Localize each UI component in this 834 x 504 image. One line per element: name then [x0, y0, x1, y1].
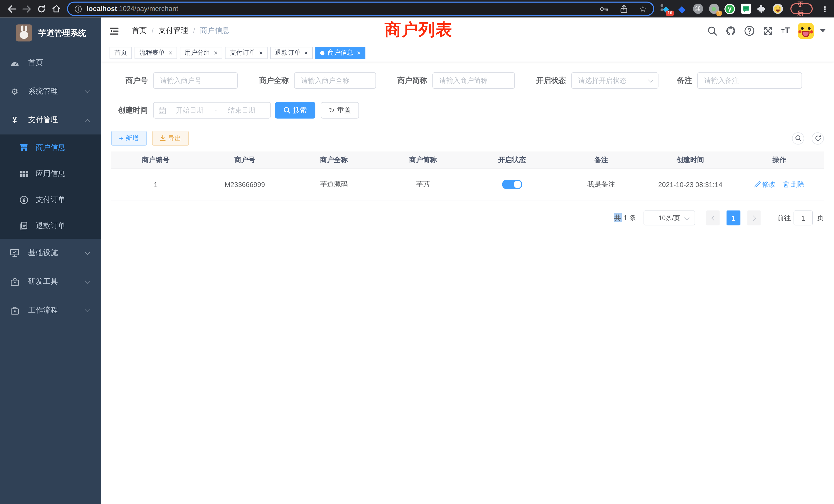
tab-pay-order[interactable]: 支付订单 [225, 47, 267, 59]
breadcrumb-pay[interactable]: 支付管理 [158, 26, 188, 36]
tab-refund-order[interactable]: 退款订单 [270, 47, 313, 59]
cell-actions: 修改 删除 [735, 180, 824, 189]
create-time-label: 创建时间 [111, 106, 148, 115]
yen-icon: ¥ [10, 116, 19, 124]
remark-input[interactable] [697, 72, 802, 89]
close-icon[interactable] [259, 50, 263, 56]
sidebar-item-infra[interactable]: 基础设施 [0, 239, 101, 268]
add-button[interactable]: + 新增 [111, 131, 147, 146]
sidebar-item-workflow[interactable]: 工作流程 [0, 296, 101, 325]
sidebar-item-merchant-info[interactable]: 商户信息 [0, 135, 101, 160]
sidebar-item-system[interactable]: ⚙ 系统管理 [0, 77, 101, 106]
home-icon[interactable] [49, 2, 64, 15]
prev-page-button[interactable] [706, 210, 720, 225]
merchant-no-input[interactable] [153, 72, 238, 89]
table-toolbar: + 新增 导出 [111, 131, 824, 146]
cell-full-name: 芋道源码 [289, 180, 378, 189]
sidebar: 芋道管理系统 首页 ⚙ 系统管理 ¥ 支付管理 [0, 18, 101, 504]
font-size-icon[interactable]: TT [781, 26, 790, 36]
help-icon[interactable] [744, 25, 755, 36]
tab-user-group[interactable]: 用户分组 [180, 47, 222, 59]
profile-emoji-icon[interactable] [772, 3, 783, 14]
sidebar-item-home[interactable]: 首页 [0, 48, 101, 77]
browser-menu-icon[interactable]: ⋮ [821, 5, 829, 13]
github-icon[interactable] [726, 25, 736, 36]
extension-command-icon[interactable]: ⌘ [693, 3, 703, 14]
page-number-1[interactable]: 1 [727, 210, 741, 225]
next-page-button[interactable] [747, 210, 761, 225]
app-title: 芋道管理系统 [38, 28, 86, 38]
export-button[interactable]: 导出 [152, 131, 189, 146]
collapse-sidebar-icon[interactable] [110, 27, 118, 35]
status-toggle[interactable] [502, 180, 522, 189]
breadcrumb-home[interactable]: 首页 [132, 26, 147, 36]
cell-merchant-no: M233666999 [200, 180, 289, 188]
avatar-dropdown-caret-icon[interactable] [820, 29, 826, 32]
tab-home[interactable]: 首页 [110, 47, 132, 59]
merchant-short-input[interactable] [433, 72, 515, 89]
forward-icon[interactable] [19, 2, 34, 15]
table-header-row: 商户编号 商户号 商户全称 商户简称 开启状态 备注 创建时间 操作 [111, 152, 824, 169]
sidebar-item-devtools[interactable]: 研发工具 [0, 268, 101, 296]
page-size-select[interactable]: 10条/页 [643, 210, 695, 225]
status-select-input[interactable] [571, 72, 659, 89]
extensions-row: ◆ 10 ◆ ⌘ 1 y 更新 ⋮ [661, 3, 829, 14]
site-info-icon[interactable] [74, 5, 82, 13]
user-avatar[interactable] [798, 23, 814, 39]
extension-chat-icon[interactable] [740, 3, 751, 14]
chevron-up-icon [85, 119, 90, 124]
page-content: 商户号 商户全称 商户简称 开启状态 备注 创建时间 [101, 62, 834, 225]
extension-gem-icon[interactable]: ◆ [677, 3, 687, 14]
reset-button[interactable]: ↻ 重置 [321, 102, 359, 118]
url-bar[interactable]: localhost:1024/pay/merchant ☆ [67, 2, 654, 16]
pay-submenu: 商户信息 应用信息 支付订单 [0, 135, 101, 239]
cell-id: 1 [111, 180, 200, 188]
extension-diamond-badge-icon[interactable]: ◆ 10 [661, 3, 671, 14]
sidebar-item-app-info[interactable]: 应用信息 [0, 161, 101, 187]
tab-merchant-info[interactable]: 商户信息 [315, 47, 366, 59]
show-search-toggle-icon[interactable] [792, 132, 804, 144]
start-date-placeholder[interactable]: 开始日期 [166, 106, 213, 115]
page-annotation-title: 商户列表 [385, 19, 453, 41]
close-icon[interactable] [304, 50, 308, 56]
reload-icon[interactable] [34, 2, 49, 15]
delete-link[interactable]: 删除 [783, 180, 805, 189]
end-date-placeholder[interactable]: 结束日期 [218, 106, 265, 115]
search-icon[interactable] [707, 26, 718, 36]
sidebar-item-pay-order[interactable]: 支付订单 [0, 187, 101, 212]
yen-circle-icon [20, 195, 28, 204]
extension-recorder-icon[interactable]: 1 [708, 3, 719, 14]
sidebar-item-refund-order[interactable]: 退款订单 [0, 213, 101, 239]
edit-link[interactable]: 修改 [754, 180, 776, 189]
refresh-table-icon[interactable] [812, 132, 824, 144]
close-icon[interactable] [357, 50, 361, 56]
app-logo-row[interactable]: 芋道管理系统 [0, 18, 101, 48]
page-unit-label: 页 [817, 213, 824, 223]
main-area: 商户列表 首页 / 支付管理 / 商户信息 [101, 18, 834, 504]
breadcrumb: 首页 / 支付管理 / 商户信息 [132, 26, 230, 36]
fullscreen-icon[interactable] [763, 25, 773, 36]
tab-process-form[interactable]: 流程表单 [135, 47, 177, 59]
search-button[interactable]: 搜索 [275, 102, 315, 118]
password-key-icon[interactable] [599, 6, 608, 12]
date-range-picker[interactable]: 开始日期 - 结束日期 [153, 102, 271, 118]
status-select[interactable] [571, 72, 659, 89]
close-icon[interactable] [169, 50, 173, 56]
breadcrumb-current: 商户信息 [200, 26, 229, 36]
bookmark-star-icon[interactable]: ☆ [639, 5, 647, 13]
extension-y-icon[interactable]: y [724, 3, 735, 14]
close-icon[interactable] [214, 50, 218, 56]
filter-row-2: 创建时间 开始日期 - 结束日期 搜索 [111, 102, 824, 118]
merchant-full-input[interactable] [294, 72, 376, 89]
browser-update-button[interactable]: 更新 [790, 3, 813, 14]
share-icon[interactable] [620, 5, 628, 13]
sidebar-item-pay[interactable]: ¥ 支付管理 [0, 106, 101, 135]
browser-toolbar: localhost:1024/pay/merchant ☆ ◆ 10 ◆ ⌘ 1… [0, 0, 834, 18]
table-row: 1 M233666999 芋道源码 芋艿 我是备注 2021-10-23 08:… [111, 169, 824, 201]
pagination-total: 共 1 条 [613, 213, 636, 223]
extensions-puzzle-icon[interactable] [756, 3, 767, 14]
back-icon[interactable] [4, 2, 19, 15]
goto-page-input[interactable] [794, 210, 813, 225]
chevron-down-icon [684, 215, 690, 221]
merchant-table: 商户编号 商户号 商户全称 商户简称 开启状态 备注 创建时间 操作 1 M23… [111, 152, 824, 201]
